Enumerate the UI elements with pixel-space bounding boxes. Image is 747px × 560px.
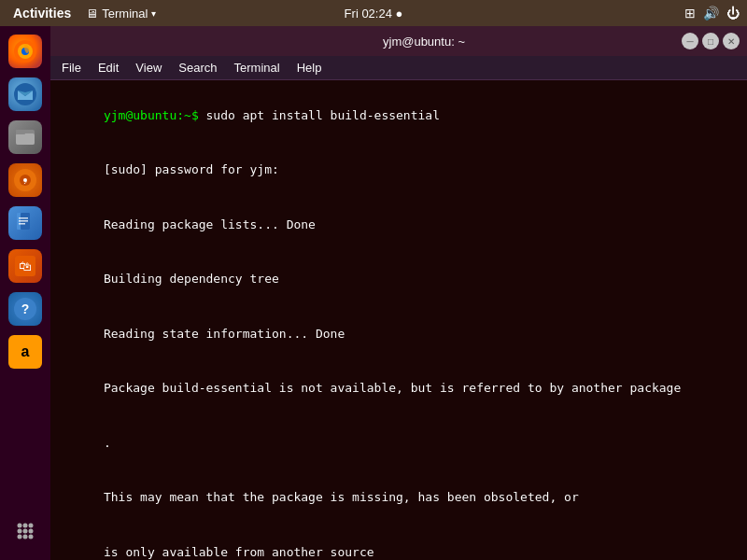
prompt-1: yjm@ubuntu:~$ — [104, 108, 206, 122]
menu-terminal[interactable]: Terminal — [227, 59, 288, 77]
terminal-line-9: is only available from another source — [60, 525, 738, 560]
firefox-icon — [8, 35, 42, 68]
terminal-app-menu[interactable]: 🖥 Terminal ▾ — [80, 5, 162, 22]
terminal-line-3: Reading package lists... Done — [60, 197, 738, 252]
svg-point-27 — [29, 529, 34, 534]
svg-point-26 — [23, 529, 28, 534]
terminal-line-7: . — [60, 415, 738, 470]
sidebar-item-rhythmbox[interactable]: ♪ — [6, 161, 45, 200]
terminal-line-4: Building dependency tree — [60, 252, 738, 307]
minimize-button[interactable]: ─ — [682, 33, 698, 49]
sidebar-item-docviewer[interactable] — [6, 203, 45, 243]
datetime-display: Fri 02:24 ● — [345, 7, 403, 21]
sidebar-item-amazon[interactable]: a — [6, 332, 45, 371]
terminal-icon: 🖥 — [86, 7, 98, 21]
terminal-titlebar: yjm@ubuntu: ~ ─ □ ✕ — [50, 26, 747, 56]
close-button[interactable]: ✕ — [723, 33, 740, 49]
more-apps-icon — [8, 514, 42, 548]
terminal-line-6: Package build-essential is not available… — [60, 361, 738, 416]
svg-text:a: a — [21, 343, 30, 359]
sidebar: ♪ 🛍 ? — [0, 26, 50, 560]
svg-rect-14 — [19, 220, 28, 222]
svg-text:?: ? — [21, 301, 30, 316]
appcenter-icon: 🛍 — [8, 249, 42, 283]
window-controls: ─ □ ✕ — [682, 33, 740, 49]
terminal-line-8: This may mean that the package is missin… — [60, 470, 738, 525]
amazon-icon: a — [8, 335, 42, 369]
terminal-line-2: [sudo] password for yjm: — [60, 143, 738, 198]
terminal-menubar: File Edit View Search Terminal Help — [50, 56, 747, 80]
sidebar-item-files[interactable] — [6, 118, 45, 157]
top-bar-left: Activities 🖥 Terminal ▾ — [7, 5, 162, 22]
terminal-line-5: Reading state information... Done — [60, 306, 738, 361]
svg-text:♪: ♪ — [23, 177, 27, 186]
svg-rect-5 — [16, 133, 35, 145]
files-icon — [8, 120, 42, 154]
rhythmbox-icon: ♪ — [8, 163, 42, 197]
svg-rect-13 — [19, 217, 28, 219]
volume-icon[interactable]: 🔊 — [703, 6, 719, 21]
svg-rect-15 — [19, 223, 25, 225]
svg-text:🛍: 🛍 — [19, 259, 32, 273]
power-icon[interactable]: ⏻ — [726, 6, 740, 21]
sidebar-item-firefox[interactable] — [6, 32, 45, 71]
menu-file[interactable]: File — [54, 59, 89, 77]
activities-button[interactable]: Activities — [7, 6, 77, 21]
sidebar-item-thunderbird[interactable] — [6, 75, 45, 114]
network-icon[interactable]: ⊞ — [684, 6, 696, 21]
sidebar-item-more[interactable] — [6, 511, 45, 551]
svg-point-22 — [18, 524, 22, 528]
terminal-line-1: yjm@ubuntu:~$ sudo apt install build-ess… — [60, 88, 738, 143]
maximize-button[interactable]: □ — [702, 33, 719, 49]
svg-point-23 — [23, 524, 28, 528]
sidebar-item-appcenter[interactable]: 🛍 — [6, 246, 45, 286]
top-bar-right: ⊞ 🔊 ⏻ — [684, 6, 740, 21]
svg-point-24 — [29, 524, 34, 528]
terminal-title: yjm@ubuntu: ~ — [383, 35, 465, 49]
thunderbird-icon — [8, 77, 42, 111]
menu-help[interactable]: Help — [289, 59, 330, 77]
terminal-menu-arrow: ▾ — [151, 8, 156, 19]
docviewer-icon — [8, 206, 42, 240]
sidebar-item-help[interactable]: ? — [6, 289, 45, 329]
menu-edit[interactable]: Edit — [91, 59, 126, 77]
svg-rect-6 — [16, 130, 25, 134]
menu-search[interactable]: Search — [171, 59, 224, 77]
terminal-content[interactable]: yjm@ubuntu:~$ sudo apt install build-ess… — [50, 80, 747, 560]
svg-point-28 — [18, 535, 22, 539]
svg-point-30 — [29, 535, 34, 539]
help-icon: ? — [8, 292, 42, 326]
svg-point-25 — [18, 529, 22, 534]
terminal-window: yjm@ubuntu: ~ ─ □ ✕ File Edit View Searc… — [50, 26, 747, 560]
menu-view[interactable]: View — [128, 59, 169, 77]
top-bar: Activities 🖥 Terminal ▾ Fri 02:24 ● ⊞ 🔊 … — [0, 0, 747, 26]
svg-point-29 — [23, 535, 28, 539]
